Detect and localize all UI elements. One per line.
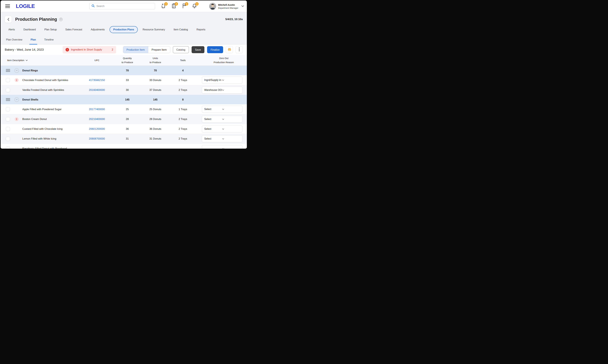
flag-button[interactable]: 3 (181, 3, 187, 9)
drag-handle-icon[interactable] (6, 69, 10, 72)
user-role: Department Manager (218, 7, 238, 9)
tab-item-catalog[interactable]: Item Catalog (170, 26, 192, 33)
table-header: Item Description UPCQuantityto ProduceUn… (1, 55, 247, 66)
zero-out-reason-select[interactable]: Select (202, 106, 242, 113)
subtab-plan-overview[interactable]: Plan Overview (5, 38, 23, 44)
tools: 2 Trays (167, 137, 198, 140)
units-to-produce: 36 Donuts (144, 127, 167, 130)
tab-sales-forecast[interactable]: Sales Forecast (62, 26, 86, 33)
quantity-to-produce: 28 (111, 117, 144, 121)
row-checkbox[interactable] (6, 88, 10, 92)
search-input[interactable] (96, 5, 153, 8)
upc-link[interactable]: 20601200000 (83, 127, 111, 130)
item-name: Chocolate Frosted Donut with Sprinkles (21, 79, 83, 82)
zero-out-reason-select[interactable]: Select (202, 126, 242, 132)
row-checkbox[interactable] (6, 117, 10, 121)
drag-handle-icon[interactable] (6, 98, 10, 101)
catalog-button[interactable]: Catalog (173, 46, 189, 53)
toolbar-actions: Production ItemPrepare Item Catalog Save… (123, 46, 243, 53)
collapse-chevron-icon[interactable] (14, 68, 19, 73)
plan-context-label: Bakery - Wed, June 14, 2023 (5, 48, 44, 52)
tab-plan-setup[interactable]: Plan Setup (41, 26, 60, 33)
checklist-button[interactable]: 3 (171, 3, 177, 9)
item-name: Boston Cream Donut (21, 117, 83, 121)
row-checkbox[interactable] (6, 146, 10, 149)
bell-button[interactable]: 3 (191, 3, 198, 9)
back-button[interactable] (5, 16, 12, 23)
tab-resource-summary[interactable]: Resource Summary (139, 26, 169, 33)
column-header-item-description[interactable]: Item Description (1, 58, 83, 62)
chevron-down-icon (222, 89, 240, 91)
item-name: Vanilla Frosted Donut with Sprinkles (21, 89, 83, 91)
tab-production-plans[interactable]: Production Plans (110, 26, 138, 33)
alert-count: 2 (112, 48, 113, 51)
group-tools: 8 (167, 98, 198, 101)
item-row-custard-filled-with-chocolate-icing: Custard Filled with Chocolate Icing 2060… (1, 124, 247, 134)
segment-prepare-item[interactable]: Prepare Item (148, 46, 170, 53)
item-row-lemon-filled-with-white-icing: Lemon Filled with White Icing 2090870000… (1, 134, 247, 143)
top-bar: LOGILE 3 3 3 3 Mitchell Austin Departmen… (1, 0, 247, 12)
user-info: Mitchell Austin Department Manager (218, 3, 238, 9)
ingredient-alert-chip[interactable]: ! Ingredient In Short Supply 2 (63, 46, 116, 53)
main-tabs: AlertsDashboardPlan SetupSales ForecastA… (1, 25, 247, 35)
save-button[interactable]: Save (192, 46, 205, 53)
tools: 2 Trays (167, 127, 198, 130)
tab-alerts[interactable]: Alerts (5, 26, 19, 33)
tab-adjustments[interactable]: Adjustments (87, 26, 108, 33)
units-to-produce: 37 Donuts (144, 89, 167, 91)
zero-out-reason-value: Select (204, 118, 222, 121)
item-row-apple-filled-with-powdered-sugar: Apple Filled with Powdered Sugar 2017740… (1, 104, 247, 114)
zero-out-reason-select[interactable] (202, 145, 242, 149)
quantity-to-produce: 30 (111, 89, 144, 91)
page-header: Production Planning ? 5/4/23, 10:10a (1, 12, 247, 25)
upc-link[interactable]: 20177400000 (83, 108, 111, 111)
segment-production-item[interactable]: Production Item (123, 46, 148, 53)
logo[interactable]: LOGILE (16, 3, 35, 9)
notification-badge: 3 (185, 2, 188, 6)
chevron-down-icon (222, 118, 240, 121)
chevron-down-icon[interactable] (241, 5, 244, 8)
tab-reports[interactable]: Reports (193, 26, 209, 33)
column-settings-button[interactable] (226, 46, 233, 53)
row-checkbox[interactable] (6, 107, 10, 111)
tab-dashboard[interactable]: Dashboard (20, 26, 40, 33)
hamburger-menu-icon[interactable] (5, 3, 12, 9)
item-row-vanilla-frosted-donut-with-sprinkles: Vanilla Frosted Donut with Sprinkles 201… (1, 85, 247, 95)
user-menu[interactable]: Mitchell Austin Department Manager (209, 3, 244, 10)
package-add-button[interactable]: 3 (160, 3, 167, 9)
row-checkbox[interactable] (6, 137, 10, 141)
avatar (209, 3, 216, 10)
row-checkbox[interactable] (6, 78, 10, 82)
alert-label: Ingredient In Short Supply (71, 48, 102, 51)
quantity-to-produce: 31 (111, 137, 144, 140)
quantity-to-produce: 33 (111, 79, 144, 82)
upc-link[interactable]: 20160400000 (83, 89, 111, 91)
search-icon (91, 4, 95, 8)
zero-out-reason-value: Ingrd/Supply in short... (204, 79, 222, 81)
row-checkbox[interactable] (6, 127, 10, 131)
collapse-chevron-icon[interactable] (14, 97, 19, 102)
subtab-timeline[interactable]: Timeline (43, 38, 54, 44)
more-options-button[interactable] (236, 46, 243, 53)
upc-link[interactable]: 41735662150 (83, 79, 111, 82)
zero-out-reason-select[interactable]: Ingrd/Supply in short... (202, 77, 242, 84)
group-units: 145 (144, 98, 167, 101)
zero-out-reason-select[interactable]: Warehouse OOS (202, 87, 242, 93)
subtab-plan[interactable]: Plan (30, 38, 37, 44)
sort-chevron-icon (26, 58, 28, 62)
units-to-produce: 28 Donuts (144, 117, 167, 121)
upc-link[interactable]: 20210400000 (83, 117, 111, 121)
units-to-produce: 31 Donuts (144, 137, 167, 140)
zero-out-reason-select[interactable]: Select (202, 135, 242, 142)
notification-badge: 3 (175, 2, 178, 6)
item-row-chocolate-frosted-donut-with-sprinkles: ! Chocolate Frosted Donut with Sprinkles… (1, 75, 247, 85)
help-icon[interactable]: ? (59, 18, 63, 21)
screenshot-frame: LOGILE 3 3 3 3 Mitchell Austin Departmen… (0, 0, 248, 149)
zero-out-reason-select[interactable]: Select (202, 116, 242, 123)
app-window: LOGILE 3 3 3 3 Mitchell Austin Departmen… (1, 0, 247, 149)
upc-link[interactable]: 20908700000 (83, 137, 111, 140)
tools: 2 Trays (167, 89, 198, 91)
finalize-button[interactable]: Finalize (207, 46, 223, 53)
group-row-donut-rings: Donut Rings 70 70 4 (1, 66, 247, 75)
item-name: Apple Filled with Powdered Sugar (21, 108, 83, 111)
